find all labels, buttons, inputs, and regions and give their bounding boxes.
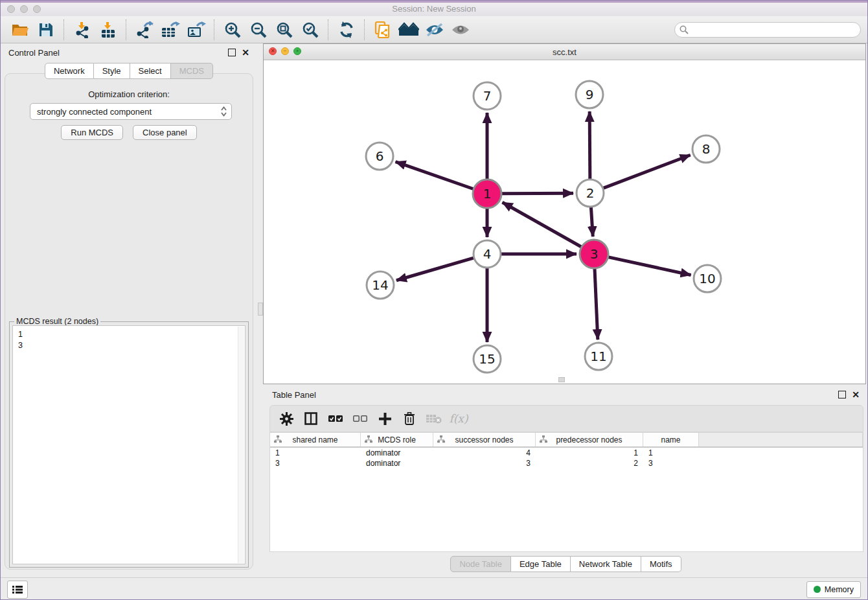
edge-4-14[interactable] <box>396 258 474 281</box>
tab-network-table[interactable]: Network Table <box>571 556 641 572</box>
zoom-selected-icon[interactable] <box>297 18 323 41</box>
show-elements-icon[interactable] <box>448 18 474 41</box>
import-table-icon[interactable] <box>95 18 121 41</box>
close-network-icon[interactable]: ✕ <box>269 47 277 55</box>
result-scrollbar[interactable] <box>238 327 244 563</box>
cell-mcds-role[interactable]: dominator <box>361 448 433 458</box>
memory-button[interactable]: Memory <box>806 581 861 598</box>
cell-shared-name[interactable]: 3 <box>270 458 361 468</box>
tab-motifs[interactable]: Motifs <box>641 556 681 572</box>
edge-2-8[interactable] <box>603 155 691 188</box>
node-label: 6 <box>376 148 384 164</box>
splitter-handle[interactable] <box>258 303 263 316</box>
delete-icon[interactable] <box>400 409 419 428</box>
search-container <box>674 22 861 38</box>
zoom-out-icon[interactable] <box>246 18 271 41</box>
tab-edge-table[interactable]: Edge Table <box>511 556 571 572</box>
node-7[interactable]: 7 <box>474 82 501 110</box>
cell-successor-nodes[interactable]: 4 <box>433 448 536 458</box>
node-10[interactable]: 10 <box>694 265 721 292</box>
network-window-titlebar[interactable]: ✕ − + scc.txt <box>264 44 865 60</box>
table-row[interactable]: 3dominator323 <box>270 458 863 468</box>
run-mcds-button[interactable]: Run MCDS <box>61 125 123 140</box>
table-row[interactable]: 1dominator411 <box>270 448 863 458</box>
home-icon[interactable] <box>396 18 422 41</box>
minimize-network-icon[interactable]: − <box>281 47 289 55</box>
cell-predecessor-nodes[interactable]: 2 <box>536 458 643 468</box>
new-network-icon[interactable] <box>370 18 396 41</box>
column-header-mcds-role[interactable]: MCDS role <box>361 433 433 446</box>
node-15[interactable]: 15 <box>474 345 501 373</box>
tab-mcds[interactable]: MCDS <box>171 63 213 79</box>
export-image-icon[interactable] <box>183 18 209 41</box>
hierarchy-icon <box>365 435 372 445</box>
export-table-icon[interactable] <box>157 18 183 41</box>
hierarchy-icon <box>274 435 282 445</box>
settings-gear-icon[interactable] <box>277 409 296 428</box>
cell-predecessor-nodes[interactable]: 1 <box>536 448 643 458</box>
column-header-name[interactable]: name <box>643 433 699 446</box>
cell-successor-nodes[interactable]: 3 <box>433 458 536 468</box>
close-panel-button[interactable]: Close panel <box>133 125 197 140</box>
cell-name[interactable]: 3 <box>643 458 699 468</box>
node-11[interactable]: 11 <box>585 343 612 370</box>
optimization-dropdown[interactable]: strongly connected component <box>30 103 232 120</box>
close-panel-icon[interactable]: ✕ <box>242 48 249 57</box>
column-header-predecessor-nodes[interactable]: predecessor nodes <box>536 433 643 446</box>
save-session-icon[interactable] <box>33 18 59 41</box>
edge-3-1[interactable] <box>503 202 582 247</box>
edge-1-6[interactable] <box>396 162 474 189</box>
close-table-panel-icon[interactable]: ✕ <box>852 390 860 399</box>
open-session-icon[interactable] <box>7 18 33 41</box>
node-6[interactable]: 6 <box>366 143 393 170</box>
tab-network[interactable]: Network <box>45 63 94 79</box>
search-input[interactable] <box>674 22 861 38</box>
hide-elements-icon[interactable] <box>422 18 448 41</box>
edge-1-2[interactable] <box>501 193 573 194</box>
hierarchy-icon <box>437 435 445 445</box>
node-4[interactable]: 4 <box>474 240 501 268</box>
deselect-all-icon[interactable] <box>350 409 370 428</box>
tab-select[interactable]: Select <box>130 63 171 79</box>
add-column-icon[interactable] <box>375 409 394 428</box>
edge-2-3[interactable] <box>591 207 593 237</box>
float-panel-icon[interactable] <box>228 49 236 56</box>
select-all-icon[interactable] <box>326 409 345 428</box>
tab-node-table[interactable]: Node Table <box>450 556 511 572</box>
node-8[interactable]: 8 <box>692 135 720 163</box>
columns-icon[interactable] <box>301 409 321 428</box>
cell-mcds-role[interactable]: dominator <box>361 458 433 468</box>
node-9[interactable]: 9 <box>576 81 603 108</box>
toolbar-separator <box>364 19 365 40</box>
maximize-network-icon[interactable]: + <box>293 47 301 55</box>
column-header-successor-nodes[interactable]: successor nodes <box>433 433 536 446</box>
cell-name[interactable]: 1 <box>643 448 699 458</box>
float-table-panel-icon[interactable] <box>838 391 846 398</box>
refresh-icon[interactable] <box>334 18 360 41</box>
node-2[interactable]: 2 <box>577 179 604 207</box>
node-label: 9 <box>586 87 594 102</box>
graph-canvas[interactable]: 7968124314101511 <box>264 60 865 384</box>
import-network-icon[interactable] <box>69 18 95 41</box>
node-1[interactable]: 1 <box>473 179 501 208</box>
zoom-fit-icon[interactable] <box>271 18 297 41</box>
task-list-icon[interactable] <box>7 581 28 599</box>
column-header-shared-name[interactable]: shared name <box>270 433 361 446</box>
node-label: 1 <box>483 186 492 202</box>
node-14[interactable]: 14 <box>367 271 394 299</box>
network-view-window: ✕ − + scc.txt 7968124314101511 <box>263 43 866 384</box>
window-resize-handle[interactable] <box>558 377 565 382</box>
cell-shared-name[interactable]: 1 <box>270 448 361 458</box>
edge-3-10[interactable] <box>608 257 691 275</box>
node-label: 14 <box>372 277 388 293</box>
edge-3-11[interactable] <box>595 268 598 340</box>
table-body: 1dominator4113dominator323 <box>270 448 863 468</box>
node-3[interactable]: 3 <box>580 240 608 268</box>
edge-2-9[interactable] <box>589 111 590 179</box>
tab-style[interactable]: Style <box>94 63 130 79</box>
control-panel: Control Panel ✕ NetworkStyleSelectMCDS O… <box>1 43 257 577</box>
zoom-in-icon[interactable] <box>220 18 246 41</box>
mcds-result-list[interactable]: 13 <box>12 325 246 564</box>
vertical-splitter[interactable] <box>257 43 263 577</box>
export-network-icon[interactable] <box>131 18 157 41</box>
